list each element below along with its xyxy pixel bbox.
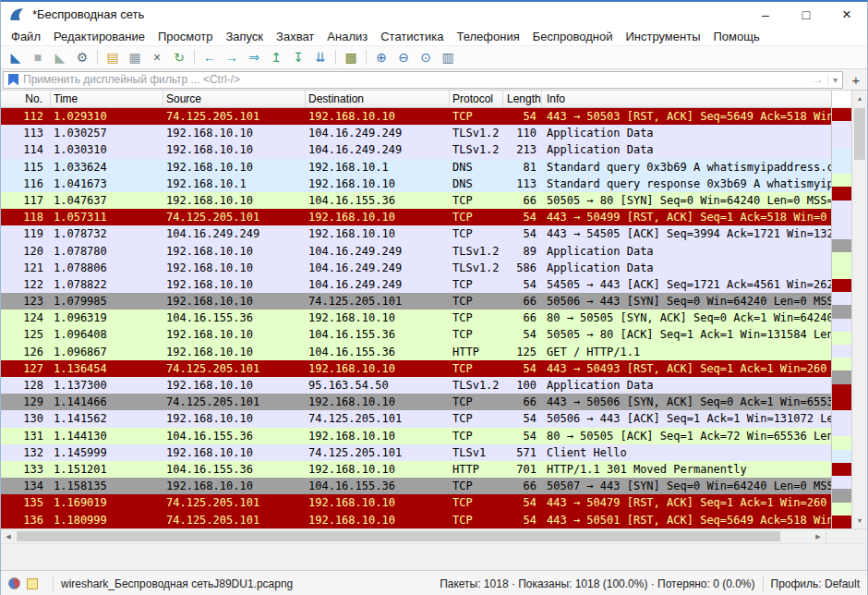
cell-protocol: TLSv1.2 <box>450 141 503 158</box>
cell-no: 121 <box>1 260 51 276</box>
open-file-button[interactable]: ▤ <box>102 48 123 67</box>
auto-scroll-button[interactable]: ⇊ <box>310 48 331 67</box>
menu-item-statistics[interactable]: Статистика <box>374 30 450 43</box>
maximize-button[interactable]: □ <box>786 2 826 27</box>
expert-info-icon[interactable] <box>8 577 20 589</box>
cell-length: 100 <box>503 377 542 394</box>
packet-row[interactable]: 1261.096867192.168.10.10104.16.155.36HTT… <box>1 344 831 360</box>
column-header-source[interactable]: Source <box>163 91 306 107</box>
reload-file-button[interactable]: ↻ <box>169 48 189 67</box>
column-header-length[interactable]: Length <box>503 91 542 107</box>
packet-row[interactable]: 1351.16901974.125.205.101192.168.10.10TC… <box>1 494 831 511</box>
packet-row[interactable]: 1321.145999192.168.10.1074.125.205.101TL… <box>1 444 831 461</box>
cell-length: 66 <box>503 310 542 326</box>
go-back-button[interactable]: ← <box>199 48 220 67</box>
packet-row[interactable]: 1181.05731174.125.205.101192.168.10.10TC… <box>1 209 831 225</box>
packet-row[interactable]: 1201.078780192.168.10.10104.16.249.249TL… <box>1 243 831 260</box>
packet-statistics: Пакеты: 1018 · Показаны: 1018 (100.0%) ·… <box>440 577 754 590</box>
zoom-in-button[interactable]: ⊕ <box>371 48 392 67</box>
packet-row[interactable]: 1301.141562192.168.10.1074.125.205.101TC… <box>1 410 831 427</box>
go-last-button[interactable]: ↧ <box>288 48 308 67</box>
horizontal-scrollbar-track[interactable] <box>16 529 811 543</box>
go-to-packet-button[interactable]: ⇒ <box>244 48 264 67</box>
close-button[interactable]: × <box>826 2 867 27</box>
scroll-up-icon[interactable]: ▲ <box>852 91 867 106</box>
cell-time: 1.096867 <box>51 344 163 360</box>
zoom-original-button[interactable]: ⊙ <box>416 48 436 67</box>
capture-comment-icon[interactable] <box>27 578 38 589</box>
profile-label[interactable]: Профиль: Default <box>771 577 861 590</box>
cell-destination: 192.168.10.10 <box>306 494 450 511</box>
filter-dropdown-arrow-icon[interactable]: ▾ <box>827 75 842 85</box>
menu-item-analyze[interactable]: Анализ <box>320 30 374 43</box>
cell-no: 113 <box>1 125 51 141</box>
packet-row[interactable]: 1281.137300192.168.10.1095.163.54.50TLSv… <box>1 377 831 394</box>
horizontal-scrollbar-thumb[interactable] <box>17 531 780 541</box>
save-file-button[interactable]: ▦ <box>125 48 145 67</box>
packet-row[interactable]: 1361.18099974.125.205.101192.168.10.10TC… <box>1 512 831 528</box>
add-filter-button[interactable]: + <box>847 71 865 89</box>
packet-row[interactable]: 1131.030257192.168.10.10104.16.249.249TL… <box>1 125 831 141</box>
cell-time: 1.144130 <box>51 428 163 444</box>
column-header-destination[interactable]: Destination <box>306 91 450 107</box>
packet-row[interactable]: 1191.078732104.16.249.249192.168.10.10TC… <box>1 225 831 242</box>
start-capture-button[interactable]: ◣ <box>6 48 26 67</box>
zoom-out-button[interactable]: ⊖ <box>393 48 414 67</box>
cell-length: 586 <box>503 260 542 276</box>
packet-row[interactable]: 1331.151201104.16.155.36192.168.10.10HTT… <box>1 461 831 478</box>
column-header-no[interactable]: No. <box>1 91 51 107</box>
horizontal-scrollbar[interactable]: ◀ ▶ <box>1 528 867 543</box>
cell-info: 80 → 50505 [ACK] Seq=1 Ack=72 Win=65536 … <box>542 428 831 444</box>
stop-capture-button[interactable]: ■ <box>28 48 48 67</box>
display-filter-input[interactable] <box>23 73 809 87</box>
menu-item-wireless[interactable]: Беспроводной <box>526 30 620 43</box>
close-file-button[interactable]: × <box>147 48 167 67</box>
vertical-scrollbar-thumb[interactable] <box>854 108 865 160</box>
scrollbar-minimap[interactable] <box>831 91 851 528</box>
packet-row[interactable]: 1341.158135192.168.10.10104.16.155.36TCP… <box>1 478 831 494</box>
menu-item-view[interactable]: Просмотр <box>151 30 219 43</box>
column-header-info[interactable]: Info <box>542 91 831 107</box>
menu-item-help[interactable]: Помощь <box>707 30 766 43</box>
go-forward-button[interactable]: → <box>222 48 242 67</box>
vertical-scrollbar[interactable]: ▲ ▼ <box>851 91 867 528</box>
scroll-right-icon[interactable]: ▶ <box>811 529 826 543</box>
packet-row[interactable]: 1161.041673192.168.10.1192.168.10.10DNS1… <box>1 176 831 192</box>
menu-item-go[interactable]: Запуск <box>219 30 270 43</box>
scroll-down-icon[interactable]: ▼ <box>852 513 867 528</box>
packet-row[interactable]: 1121.02931074.125.205.101192.168.10.10TC… <box>1 108 831 125</box>
column-header-time[interactable]: Time <box>51 91 163 107</box>
menu-item-telephony[interactable]: Телефония <box>450 30 525 43</box>
apply-filter-icon[interactable]: → <box>809 73 827 86</box>
cell-source: 192.168.10.10 <box>163 377 306 394</box>
column-header-protocol[interactable]: Protocol <box>450 91 503 107</box>
packet-row[interactable]: 1251.096408192.168.10.10104.16.155.36TCP… <box>1 326 831 343</box>
capture-options-button[interactable]: ⚙ <box>72 48 92 67</box>
resize-columns-button[interactable]: ▥ <box>438 48 458 67</box>
packet-row[interactable]: 1241.096319104.16.155.36192.168.10.10TCP… <box>1 310 831 326</box>
packet-row[interactable]: 1221.078822192.168.10.10104.16.249.249TC… <box>1 276 831 293</box>
packet-row[interactable]: 1271.13645474.125.205.101192.168.10.10TC… <box>1 360 831 377</box>
colorize-button[interactable]: ▩ <box>341 48 361 67</box>
packet-row[interactable]: 1171.047637192.168.10.10104.16.155.36TCP… <box>1 192 831 209</box>
cell-destination: 104.16.249.249 <box>306 141 450 158</box>
scroll-left-icon[interactable]: ◀ <box>1 529 16 543</box>
restart-capture-button[interactable]: ◣ <box>50 48 70 67</box>
cell-info: Application Data <box>542 125 831 141</box>
display-filter-field[interactable]: → ▾ <box>3 71 843 89</box>
packet-row[interactable]: 1311.144130104.16.155.36192.168.10.10TCP… <box>1 428 831 444</box>
menu-item-tools[interactable]: Инструменты <box>619 30 706 43</box>
cell-length: 66 <box>503 394 542 410</box>
packet-row[interactable]: 1291.14146674.125.205.101192.168.10.10TC… <box>1 394 831 410</box>
menu-item-capture[interactable]: Захват <box>270 30 320 43</box>
packet-row[interactable]: 1231.079985192.168.10.1074.125.205.101TC… <box>1 293 831 310</box>
minimize-button[interactable]: – <box>745 2 786 27</box>
go-first-button[interactable]: ↥ <box>266 48 286 67</box>
vertical-scrollbar-track[interactable] <box>852 106 867 513</box>
packet-row[interactable]: 1211.078806192.168.10.10104.16.249.249TL… <box>1 260 831 276</box>
filter-bookmark-icon[interactable] <box>8 74 18 86</box>
menu-item-edit[interactable]: Редактирование <box>47 30 151 43</box>
packet-row[interactable]: 1151.033624192.168.10.10192.168.10.1DNS8… <box>1 159 831 176</box>
packet-row[interactable]: 1141.030310192.168.10.10104.16.249.249TL… <box>1 141 831 158</box>
menu-item-file[interactable]: Файл <box>5 30 47 43</box>
